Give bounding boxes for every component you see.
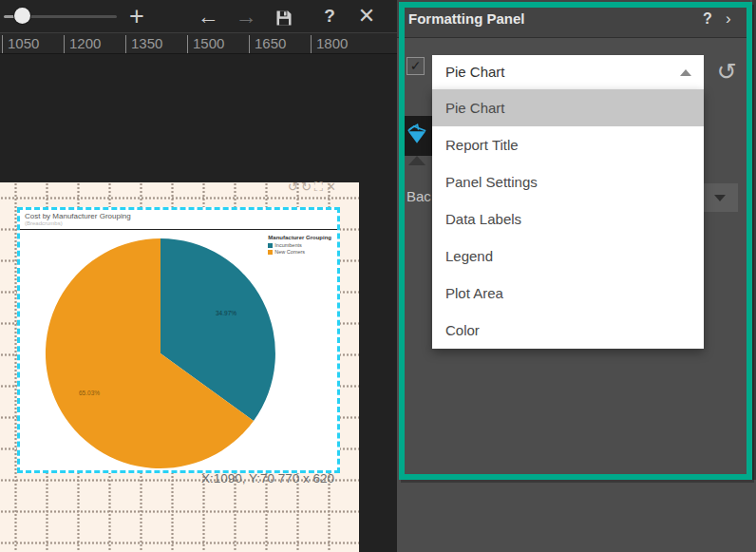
chevron-down-icon [714,195,726,201]
pie-chart-element[interactable]: Cost by Manufacturer Grouping (Breadcrum… [17,207,340,473]
dropdown-option-plot-area[interactable]: Plot Area [432,275,704,312]
chart-title: Cost by Manufacturer Grouping [25,212,131,220]
close-button[interactable]: ✕ [353,0,380,32]
chart-subtitle: (Breadcrumbs) [25,220,63,226]
element-visibility-checkbox[interactable]: ✓ [406,57,425,75]
ruler-tick: 1650 [249,35,286,53]
panel-right-edge [752,0,756,480]
background-dropdown-stub[interactable] [703,183,738,212]
zoom-slider-knob[interactable] [14,8,30,24]
element-selector-dropdown[interactable]: Pie Chart [432,55,704,89]
save-icon[interactable] [272,0,296,32]
ruler-tick: 1200 [64,35,101,53]
undo-icon[interactable]: ↺ [288,180,301,194]
dropdown-option-color[interactable]: Color [432,312,704,349]
delete-icon[interactable]: ✕ [326,180,339,194]
canvas-corner-icons: ↺↻⛶✕ [288,180,339,195]
background-row-label: Bac [406,188,431,204]
dropdown-option-report-title[interactable]: Report Title [432,126,704,163]
dropdown-option-data-labels[interactable]: Data Labels [432,200,704,238]
panel-title: Formatting Panel [408,0,525,38]
element-selector-options-list: Pie Chart Report Title Panel Settings Da… [432,89,704,349]
forward-arrow-button[interactable]: → [232,0,260,32]
tab-chart-format[interactable] [399,116,435,156]
dropdown-option-pie-chart[interactable]: Pie Chart [432,89,704,126]
redo-icon[interactable]: ↻ [301,180,314,194]
app-window: + ← → ? ✕ 1050 1200 1350 1500 1650 1800 … [0,0,756,552]
ruler-tick: 1500 [187,35,224,53]
ruler-tick: 1350 [125,35,162,53]
top-toolbar: + ← → ? ✕ [0,0,397,32]
panel-collapse-chevron-icon[interactable]: › [726,0,731,38]
zoom-in-button[interactable]: + [123,0,150,32]
formatting-panel-header: Formatting Panel ? › [397,0,750,38]
help-button[interactable]: ? [319,0,340,32]
formatting-panel: Formatting Panel ? › Bac ✓ Pie Chart ↺ [397,0,756,552]
reset-icon[interactable]: ↺ [709,55,745,89]
horizontal-ruler: 1050 1200 1350 1500 1650 1800 [0,32,397,54]
resize-icon[interactable]: ⛶ [314,180,326,194]
position-status-text: X:1090, Y:70 770 x 620 [201,471,334,485]
panel-help-button[interactable]: ? [703,0,712,38]
dropdown-option-panel-settings[interactable]: Panel Settings [432,163,704,200]
selected-element-value: Pie Chart [445,55,505,89]
dropdown-option-legend[interactable]: Legend [432,238,704,275]
pie-label-incumbents: 34.97% [216,310,236,316]
tab-pointer-notch [408,156,425,165]
pie-label-new-comers: 65.03% [79,390,100,396]
ruler-tick: 1050 [2,35,39,53]
back-arrow-button[interactable]: ← [194,0,222,32]
gem-icon [405,122,429,150]
pie-chart-graphic: 34.97% 65.03% [20,230,337,470]
chevron-up-icon [680,69,691,76]
ruler-tick: 1800 [311,35,348,53]
